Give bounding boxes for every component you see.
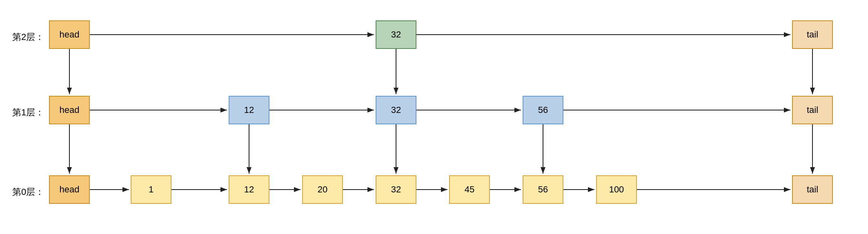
layer1-label: 第1层：	[12, 106, 44, 119]
l0-100-node: 100	[596, 175, 637, 204]
l1-56-node: 56	[523, 96, 563, 124]
l2-32-node: 32	[376, 20, 416, 49]
l0-45-node: 45	[449, 175, 490, 204]
l0-1-node: 1	[131, 175, 171, 204]
l1-12-node: 12	[229, 96, 269, 124]
l0-head-node: head	[49, 175, 90, 204]
l0-20-node: 20	[302, 175, 343, 204]
l1-32-node: 32	[376, 96, 416, 124]
l2-tail-node: tail	[792, 20, 833, 49]
l0-32-node: 32	[376, 175, 416, 204]
l0-tail-node: tail	[792, 175, 833, 204]
l0-56-node: 56	[523, 175, 563, 204]
arrows-overlay	[0, 0, 868, 234]
layer0-label: 第0层：	[12, 186, 44, 198]
l0-12-node: 12	[229, 175, 269, 204]
l2-head-node: head	[49, 20, 90, 49]
l1-head-node: head	[49, 96, 90, 124]
skip-list-diagram: 第2层： 第1层： 第0层： head 32 tail head 12 32 5…	[0, 0, 868, 234]
l1-tail-node: tail	[792, 96, 833, 124]
layer2-label: 第2层：	[12, 31, 44, 43]
